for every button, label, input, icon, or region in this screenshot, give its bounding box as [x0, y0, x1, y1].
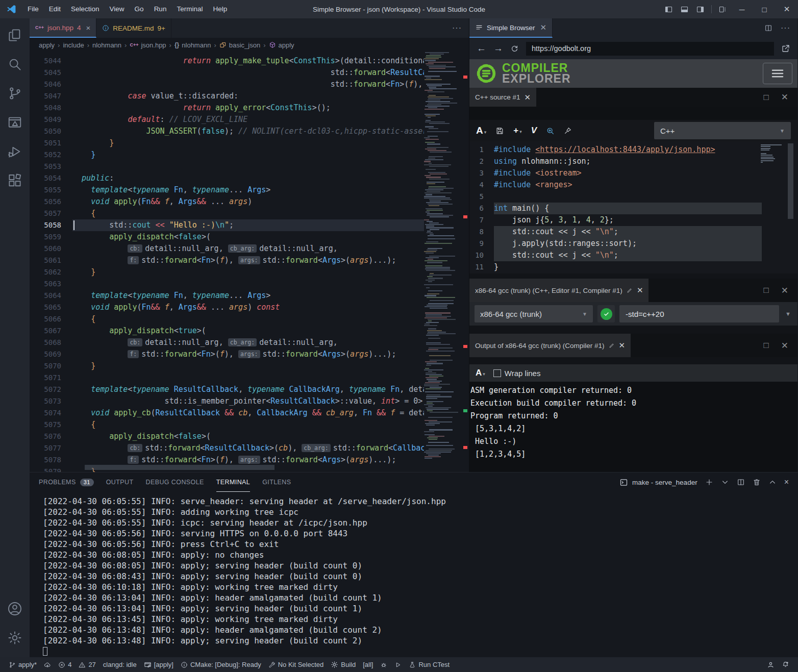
font-size-button[interactable]: A▾: [476, 125, 486, 136]
breadcrumb-item[interactable]: nlohmann: [92, 41, 121, 49]
code-line[interactable]: 5070 }: [30, 360, 424, 372]
toggle-panel-icon[interactable]: [677, 5, 692, 14]
ce-code-line[interactable]: 3#include <iostream>: [469, 167, 797, 179]
terminal-dropdown-icon[interactable]: [721, 478, 729, 486]
ce-scrollbar[interactable]: [788, 143, 793, 219]
extensions-icon[interactable]: [3, 168, 27, 193]
minimize-button[interactable]: ─: [731, 0, 753, 18]
add-pane-button[interactable]: +▾: [513, 126, 521, 136]
cmake-project[interactable]: [apply]: [140, 657, 177, 672]
run-debug-icon[interactable]: [3, 139, 27, 164]
close-tab-icon[interactable]: ✕: [540, 23, 547, 32]
language-select[interactable]: C++ ▼: [654, 122, 791, 139]
toggle-sidebar-icon[interactable]: [661, 5, 677, 14]
open-external-icon[interactable]: [781, 44, 790, 53]
ce-code-line[interactable]: 11}: [469, 261, 797, 273]
notifications[interactable]: [778, 657, 793, 672]
clangd-status[interactable]: clangd: idle: [99, 657, 140, 672]
ce-code-line[interactable]: 8 std::cout << j << "\n";: [469, 226, 797, 238]
search-icon[interactable]: [3, 52, 27, 77]
code-line[interactable]: 5063: [30, 278, 424, 290]
code-line[interactable]: 5053: [30, 161, 424, 172]
forward-icon[interactable]: →: [493, 43, 503, 54]
code-line[interactable]: 5069 f:std::forward<Fn>(f), args:std::fo…: [30, 349, 424, 360]
ce-source-tab[interactable]: C++ source #1 ✕: [469, 88, 536, 107]
kit-selection[interactable]: No Kit Selected: [265, 657, 328, 672]
problems-errors[interactable]: 4: [55, 657, 75, 672]
zoom-icon[interactable]: [546, 127, 555, 135]
maximize-pane-icon[interactable]: □: [763, 285, 768, 295]
split-editor-icon[interactable]: [764, 24, 772, 32]
toggle-secondary-sidebar-icon[interactable]: [692, 5, 708, 14]
edit-title-icon[interactable]: [609, 342, 615, 349]
ce-code-line[interactable]: 4#include <ranges>: [469, 179, 797, 191]
source-control-icon[interactable]: [3, 81, 27, 106]
customize-layout-icon[interactable]: [715, 5, 731, 14]
new-terminal-icon[interactable]: [705, 478, 713, 486]
code-line[interactable]: 5078 f:std::forward<Fn>(f), args:std::fo…: [30, 454, 424, 466]
breadcrumb-item[interactable]: include: [63, 41, 84, 49]
more-actions-icon[interactable]: ···: [781, 23, 790, 33]
code-line[interactable]: 5068 cb:detail::null_arg, cb_arg:detail:…: [30, 337, 424, 349]
menu-edit[interactable]: Edit: [44, 0, 66, 18]
ce-code-line[interactable]: 6int main() {: [469, 203, 797, 214]
close-icon[interactable]: ✕: [619, 341, 626, 350]
font-size-button[interactable]: A▾: [476, 368, 485, 378]
code-line[interactable]: 5058 std::cout << "Hello :-)\n";: [30, 219, 424, 231]
code-line[interactable]: 5067 apply_dispatch<true>(: [30, 325, 424, 337]
code-line[interactable]: 5072 template<typename ResultCallback, t…: [30, 384, 424, 395]
settings-icon[interactable]: [3, 625, 27, 651]
close-icon[interactable]: ✕: [525, 93, 531, 102]
code-line[interactable]: 5056 void apply(Fn&& f, Args&& ... args): [30, 196, 424, 208]
publish-changes[interactable]: [40, 657, 55, 672]
menu-run[interactable]: Run: [149, 0, 172, 18]
ce-compiler-tab[interactable]: x86-64 gcc (trunk) (C++, Editor #1, Comp…: [469, 279, 649, 302]
breadcrumb-item[interactable]: C++json.hpp: [130, 41, 166, 49]
code-line[interactable]: 5071: [30, 372, 424, 384]
menu-terminal[interactable]: Terminal: [171, 0, 208, 18]
code-line[interactable]: 5061 f:std::forward<Fn>(f), args:std::fo…: [30, 255, 424, 266]
back-icon[interactable]: ←: [477, 43, 486, 54]
terminal-instance[interactable]: make - serve_header: [619, 478, 697, 487]
code-line[interactable]: 5044 return apply_make_tuple<ConstThis>(…: [30, 55, 424, 67]
ce-source-editor[interactable]: 1#include <https://localhost:8443/apply/…: [469, 141, 797, 273]
code-line[interactable]: 5064 template<typename Fn, typename... A…: [30, 290, 424, 302]
menu-view[interactable]: View: [105, 0, 130, 18]
ce-output-tab[interactable]: Output of x86-64 gcc (trunk) (Compiler #…: [469, 334, 631, 357]
build-button[interactable]: Build: [327, 657, 359, 672]
maximize-pane-icon[interactable]: □: [763, 340, 768, 351]
maximize-button[interactable]: □: [753, 0, 776, 18]
vim-mode-icon[interactable]: V: [531, 126, 537, 136]
editor-minimap[interactable]: [424, 52, 462, 472]
menu-go[interactable]: Go: [130, 0, 149, 18]
git-branch[interactable]: apply*: [5, 657, 40, 672]
close-icon[interactable]: ✕: [637, 286, 643, 295]
code-line[interactable]: 5045 std::forward<ResultCallback>(cb),: [30, 67, 424, 79]
code-line[interactable]: 5049 default: // LCOV_EXCL_LINE: [30, 114, 424, 126]
save-icon[interactable]: [495, 127, 504, 135]
code-line[interactable]: 5062 }: [30, 266, 424, 278]
compiler-options-input[interactable]: -std=c++20: [619, 305, 779, 322]
explorer-icon[interactable]: [3, 22, 27, 48]
debug-button[interactable]: [377, 657, 391, 672]
tab-json-hpp[interactable]: C++json.hpp4×: [30, 18, 96, 38]
close-pane-icon[interactable]: ✕: [781, 285, 788, 296]
code-line[interactable]: 5059 apply_dispatch<false>(: [30, 231, 424, 243]
breadcrumb-item[interactable]: basic_json: [219, 41, 260, 49]
code-line[interactable]: 5074 void apply_cb(ResultCallback && cb,…: [30, 407, 424, 419]
menu-help[interactable]: Help: [208, 0, 232, 18]
code-line[interactable]: 5048 return apply_error<ConstThis>();: [30, 102, 424, 114]
breadcrumb-item[interactable]: apply: [269, 41, 294, 49]
ce-code-line[interactable]: 7 json j{5, 3, 1, 4, 2};: [469, 214, 797, 226]
pin-icon[interactable]: [564, 127, 572, 135]
editor-more-actions[interactable]: ···: [445, 18, 469, 38]
close-pane-icon[interactable]: ✕: [781, 340, 788, 351]
code-editor[interactable]: 5044 return apply_make_tuple<ConstThis>(…: [30, 52, 469, 472]
code-line[interactable]: 5057 {: [30, 208, 424, 219]
launch-button[interactable]: [391, 657, 405, 672]
breadcrumb-item[interactable]: {}nlohmann: [174, 41, 211, 49]
close-button[interactable]: ✕: [776, 0, 798, 18]
menu-selection[interactable]: Selection: [66, 0, 105, 18]
horizontal-scrollbar[interactable]: [85, 465, 275, 470]
feedback[interactable]: [763, 657, 778, 672]
